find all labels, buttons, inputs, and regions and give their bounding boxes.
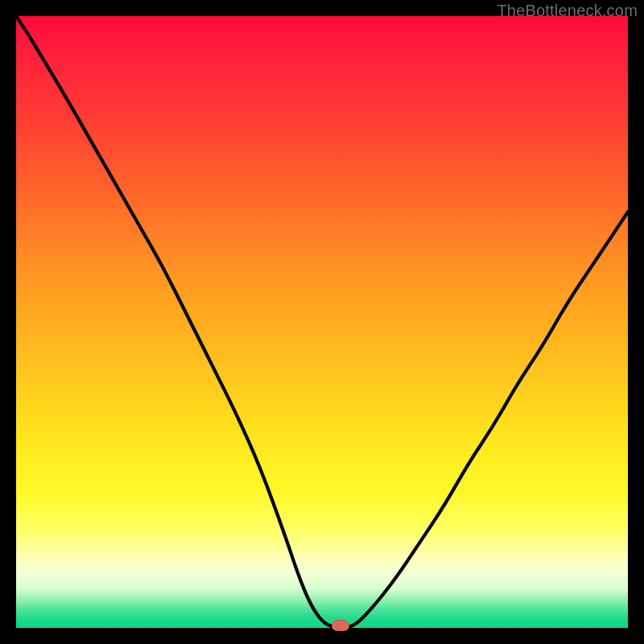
chart-frame: TheBottleneck.com [0, 0, 644, 644]
optimal-point-marker [332, 620, 349, 631]
bottleneck-curve [16, 16, 628, 628]
attribution-text: TheBottleneck.com [497, 2, 638, 20]
plot-area [16, 16, 628, 628]
